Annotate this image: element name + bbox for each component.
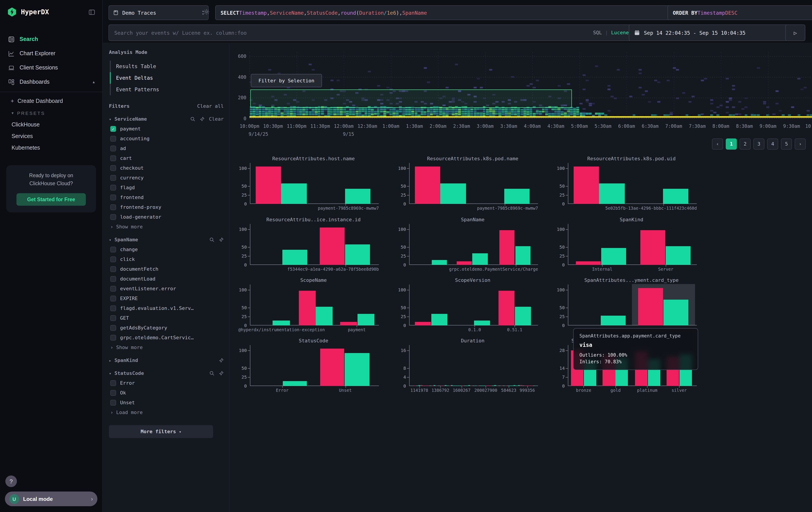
load-more-button[interactable]: › Load more: [109, 410, 224, 415]
page-5-button[interactable]: 5: [781, 138, 792, 150]
chart-plot[interactable]: 02550100: [409, 226, 536, 265]
sql-select-input[interactable]: SELECT Timestamp, ServiceName, StatusCod…: [215, 5, 673, 20]
checkbox[interactable]: [110, 296, 116, 301]
outlier-bar[interactable]: [499, 291, 515, 325]
filter-checkbox-grpc.oteldemo.CartServic…[interactable]: grpc.oteldemo.CartServic…: [109, 335, 224, 341]
page-next-button[interactable]: ›: [795, 138, 806, 150]
outlier-bar[interactable]: [340, 322, 357, 325]
events-heatmap[interactable]: [250, 52, 812, 118]
analysis-mode-event-deltas[interactable]: Event Deltas: [110, 72, 224, 84]
outlier-bar[interactable]: [299, 291, 316, 325]
chart-plot[interactable]: 02550100: [409, 286, 536, 325]
checkbox[interactable]: [110, 145, 116, 152]
inlier-bar[interactable]: [601, 248, 626, 265]
checkbox-checked[interactable]: ✓: [110, 126, 116, 132]
source-select[interactable]: Demo Traces ▴▾: [109, 5, 208, 20]
filter-checkbox-cart[interactable]: cart: [109, 155, 224, 161]
outlier-bar[interactable]: [638, 288, 663, 325]
page-3-button[interactable]: 3: [753, 138, 764, 150]
chart-plot[interactable]: 02550100: [568, 286, 695, 325]
chart-plot[interactable]: 02550100: [250, 286, 377, 325]
get-started-button[interactable]: Get Started for Free: [16, 193, 86, 206]
clear-all-button[interactable]: Clear all: [197, 103, 224, 109]
inlier-bar[interactable]: [357, 314, 374, 325]
page-4-button[interactable]: 4: [767, 138, 778, 150]
filter-group-header-SpanName[interactable]: ▾SpanName: [109, 237, 224, 243]
outlier-bar[interactable]: [499, 230, 515, 265]
page-prev-button[interactable]: ‹: [712, 138, 723, 150]
filter-checkbox-flagd[interactable]: flagd: [109, 185, 224, 191]
clear-filter-button[interactable]: Clear: [209, 116, 224, 122]
sidebar-item-clickhouse[interactable]: ClickHouse: [0, 119, 102, 131]
analysis-mode-results-table[interactable]: Results Table: [110, 60, 224, 72]
filter-checkbox-frontend[interactable]: frontend: [109, 194, 224, 200]
analysis-mode-event-patterns[interactable]: Event Patterns: [110, 84, 224, 95]
inlier-bar[interactable]: [345, 245, 370, 265]
filter-checkbox-EXPIRE[interactable]: EXPIRE: [109, 296, 224, 301]
inlier-bar[interactable]: [515, 246, 530, 265]
search-input[interactable]: Search your events w/ Lucene ex. column:…: [109, 25, 635, 41]
inlier-bar[interactable]: [281, 184, 307, 204]
sidebar-item-dashboards[interactable]: Dashboards ▴: [0, 75, 102, 89]
inlier-bar[interactable]: [601, 316, 626, 325]
inlier-bar[interactable]: [474, 321, 490, 325]
inlier-bar[interactable]: [431, 314, 447, 325]
chart-plot[interactable]: 04816: [409, 347, 536, 386]
chart-plot[interactable]: 02550100: [568, 226, 695, 265]
chart-plot[interactable]: 02550100: [568, 165, 695, 204]
filter-checkbox-flagd.evaluation.v1.Serv…[interactable]: flagd.evaluation.v1.Serv…: [109, 305, 224, 311]
filter-checkbox-GET[interactable]: GET: [109, 315, 224, 321]
presets-toggle[interactable]: ▾ PRESETS: [0, 107, 102, 119]
checkbox[interactable]: [110, 175, 116, 181]
date-range-picker[interactable]: Sep 14 22:04:35 - Sep 15 10:04:35: [629, 25, 789, 41]
heatmap-selection-rect[interactable]: [250, 89, 572, 108]
pin-icon[interactable]: [219, 358, 224, 363]
inlier-bar[interactable]: [282, 249, 307, 265]
sidebar-item-search[interactable]: Search: [0, 32, 102, 46]
outlier-bar[interactable]: [640, 230, 665, 265]
sidebar-item-chart-explorer[interactable]: Chart Explorer: [0, 46, 102, 60]
filter-checkbox-getAdsByCategory[interactable]: getAdsByCategory: [109, 325, 224, 331]
inlier-bar[interactable]: [283, 381, 307, 386]
outlier-bar[interactable]: [415, 166, 440, 204]
filter-checkbox-documentLoad[interactable]: documentLoad: [109, 276, 224, 282]
filter-checkbox-checkout[interactable]: checkout: [109, 165, 224, 171]
pin-icon[interactable]: [219, 237, 224, 242]
filter-checkbox-Unset[interactable]: Unset: [109, 400, 224, 406]
checkbox[interactable]: [110, 335, 116, 341]
inlier-bar[interactable]: [666, 246, 691, 265]
search-icon[interactable]: [209, 237, 214, 242]
filter-checkbox-ad[interactable]: ad: [109, 145, 224, 152]
order-by-input[interactable]: ORDER BY Timestamp DESC: [667, 5, 812, 20]
checkbox[interactable]: [110, 247, 116, 252]
checkbox[interactable]: [110, 380, 116, 386]
checkbox[interactable]: [110, 266, 116, 272]
checkbox[interactable]: [110, 276, 116, 282]
inlier-bar[interactable]: [599, 184, 625, 204]
outlier-bar[interactable]: [320, 227, 345, 265]
checkbox[interactable]: [110, 204, 116, 210]
pin-icon[interactable]: [200, 117, 205, 122]
local-mode-button[interactable]: U Local mode ›: [5, 491, 97, 506]
show-more-button[interactable]: › Show more: [109, 224, 224, 230]
checkbox[interactable]: [110, 315, 116, 321]
filter-checkbox-change[interactable]: change: [109, 247, 224, 252]
checkbox[interactable]: [110, 155, 116, 161]
show-more-button[interactable]: › Show more: [109, 345, 224, 350]
filter-checkbox-frontend-proxy[interactable]: frontend-proxy: [109, 204, 224, 210]
chart-plot[interactable]: 02550100: [250, 165, 377, 204]
outlier-bar[interactable]: [576, 261, 601, 265]
page-2-button[interactable]: 2: [740, 138, 751, 150]
chart-plot[interactable]: 02550100: [250, 226, 377, 265]
filter-by-selection-button[interactable]: Filter by Selection: [251, 74, 322, 87]
checkbox[interactable]: [110, 257, 116, 262]
chart-plot[interactable]: 02550100: [250, 347, 377, 386]
pin-icon[interactable]: [219, 371, 224, 376]
checkbox[interactable]: [110, 185, 116, 191]
inlier-bar[interactable]: [345, 189, 371, 204]
inlier-bar[interactable]: [440, 184, 466, 204]
filter-checkbox-click[interactable]: click: [109, 257, 224, 262]
checkbox[interactable]: [110, 214, 116, 220]
filter-checkbox-Error[interactable]: Error: [109, 380, 224, 386]
checkbox[interactable]: [110, 286, 116, 292]
